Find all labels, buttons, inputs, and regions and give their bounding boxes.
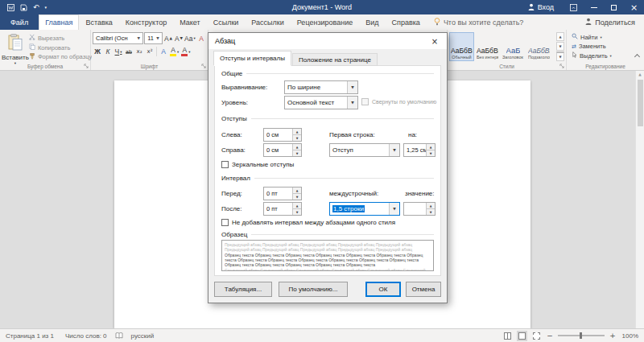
proofing-book-icon[interactable] xyxy=(113,332,126,339)
dialog-titlebar[interactable]: Абзац × xyxy=(208,33,447,49)
chevron-down-icon[interactable]: ▾ xyxy=(188,50,190,54)
styles-dialog-launcher-icon[interactable] xyxy=(559,64,564,68)
alignment-dropdown[interactable]: По ширине ▼ xyxy=(284,80,358,94)
style-normal[interactable]: АаБбВвГг Обычный xyxy=(449,32,474,61)
subscript-button[interactable]: x₂ xyxy=(134,46,144,57)
chevron-down-icon[interactable]: ▾ xyxy=(610,54,612,58)
select-button[interactable]: Выделить ▾ xyxy=(572,52,644,60)
undo-icon[interactable]: ↶ xyxy=(33,4,39,11)
spinner-up-icon[interactable]: ▲ xyxy=(293,187,301,194)
strikethrough-button[interactable]: ab xyxy=(124,46,134,57)
zoom-slider[interactable] xyxy=(558,335,605,336)
line-spacing-dropdown[interactable]: 1,5 строки ▼ xyxy=(329,202,400,216)
vertical-scrollbar[interactable]: ▲ xyxy=(635,71,644,328)
indent-right-spinner[interactable]: 0 см ▲▼ xyxy=(263,143,302,157)
tab-mailings[interactable]: Рассылки xyxy=(245,14,290,30)
cut-button[interactable]: Вырезать xyxy=(29,34,92,43)
spinner-up-icon[interactable]: ▲ xyxy=(293,129,301,135)
style-subtitle[interactable]: АаБбВвГ Подзаголовок xyxy=(526,32,551,61)
paste-button[interactable]: Вставить ▾ xyxy=(2,31,29,61)
font-dialog-launcher-icon[interactable] xyxy=(201,64,206,68)
spinner-up-icon[interactable]: ▲ xyxy=(293,144,301,150)
chevron-down-icon[interactable]: ▼ xyxy=(154,36,162,40)
styles-more-icon[interactable]: ▼ xyxy=(556,52,564,61)
tab-line-and-page-breaks[interactable]: Положение на странице xyxy=(292,53,378,66)
tab-help[interactable]: Справка xyxy=(386,14,427,30)
underline-button[interactable]: Ч▾ xyxy=(114,46,123,57)
find-button[interactable]: Найти ▾ xyxy=(572,33,644,41)
chevron-down-icon[interactable]: ▾ xyxy=(120,50,122,54)
indent-by-spinner[interactable]: 1,25 см ▲▼ xyxy=(403,143,436,157)
copy-button[interactable]: Копировать xyxy=(29,43,92,52)
minimize-button[interactable] xyxy=(584,0,604,14)
checkbox-box[interactable] xyxy=(221,219,229,226)
indent-left-spinner[interactable]: 0 см ▲▼ xyxy=(263,128,302,142)
spacing-at-spinner[interactable]: ▲▼ xyxy=(403,202,436,216)
tab-references[interactable]: Ссылки xyxy=(207,14,246,30)
spinner-up-icon[interactable]: ▲ xyxy=(427,203,435,209)
bold-button[interactable]: Ж xyxy=(93,46,102,57)
scrollbar-thumb[interactable] xyxy=(638,80,643,126)
mirror-indents-checkbox[interactable]: Зеркальные отступы xyxy=(221,161,294,168)
tab-design[interactable]: Конструктор xyxy=(119,14,173,30)
scroll-up-icon[interactable]: ▲ xyxy=(636,72,644,76)
styles-scroll-up-icon[interactable]: ▲ xyxy=(556,32,564,41)
no-space-same-style-checkbox[interactable]: Не добавлять интервал между абзацами одн… xyxy=(221,219,395,226)
chevron-down-icon[interactable]: ▼ xyxy=(347,81,357,93)
chevron-down-icon[interactable]: ▼ xyxy=(389,144,399,156)
font-color-button[interactable]: А ▾ xyxy=(180,46,191,57)
spinner-down-icon[interactable]: ▼ xyxy=(293,194,301,200)
grow-font-button[interactable]: А▲ xyxy=(163,33,173,44)
ok-button[interactable]: ОК xyxy=(365,282,401,297)
tab-view[interactable]: Вид xyxy=(359,14,385,30)
tabs-button[interactable]: Табуляция... xyxy=(214,282,272,297)
spinner-down-icon[interactable]: ▼ xyxy=(427,150,435,156)
clipboard-dialog-launcher-icon[interactable] xyxy=(84,64,89,68)
chevron-down-icon[interactable]: ▼ xyxy=(134,36,142,40)
chevron-down-icon[interactable]: ▼ xyxy=(347,97,357,109)
spinner-down-icon[interactable]: ▼ xyxy=(427,209,435,215)
zoom-out-button[interactable]: − xyxy=(546,332,554,340)
close-button[interactable]: × xyxy=(624,0,644,14)
tab-home[interactable]: Главная xyxy=(39,14,79,30)
special-indent-dropdown[interactable]: Отступ ▼ xyxy=(329,143,400,157)
spinner-down-icon[interactable]: ▼ xyxy=(293,150,301,156)
spinner-up-icon[interactable]: ▲ xyxy=(427,144,435,150)
spinner-up-icon[interactable]: ▲ xyxy=(293,203,301,209)
dialog-close-button[interactable]: × xyxy=(423,33,447,49)
qat-customize-icon[interactable]: ▾ xyxy=(45,6,47,10)
ribbon-display-options-button[interactable] xyxy=(564,0,584,14)
replace-button[interactable]: ⇄ Заменить xyxy=(572,43,644,50)
highlight-color-button[interactable]: А ▾ xyxy=(169,46,180,57)
checkbox-box[interactable] xyxy=(221,161,229,168)
format-painter-button[interactable]: Формат по образцу xyxy=(29,52,92,61)
share-button[interactable]: Поделиться xyxy=(576,14,644,30)
styles-scroll-down-icon[interactable]: ▼ xyxy=(556,42,564,51)
tell-me-box[interactable]: Что вы хотите сделать? xyxy=(427,14,531,30)
text-effects-button[interactable]: А xyxy=(159,46,168,57)
set-as-default-button[interactable]: По умолчанию... xyxy=(279,282,348,297)
style-no-spacing[interactable]: АаБбВвГг Без интервала xyxy=(475,32,500,61)
spacing-after-spinner[interactable]: 0 пт ▲▼ xyxy=(263,202,302,216)
spacing-before-spinner[interactable]: 0 пт ▲▼ xyxy=(263,187,302,200)
web-layout-button[interactable] xyxy=(531,331,542,341)
print-layout-button[interactable] xyxy=(517,331,527,341)
word-count[interactable]: Число слов: 0 xyxy=(60,332,113,340)
tab-layout[interactable]: Макет xyxy=(173,14,206,30)
superscript-button[interactable]: x² xyxy=(145,46,155,57)
style-heading-1[interactable]: АаБ Заголовок 1 xyxy=(501,32,526,61)
font-name-combo[interactable]: Calibri (Осн ▼ xyxy=(93,32,143,44)
zoom-slider-thumb[interactable] xyxy=(580,332,582,339)
cancel-button[interactable]: Отмена xyxy=(406,282,441,297)
tab-review[interactable]: Рецензирование xyxy=(291,14,360,30)
read-mode-button[interactable] xyxy=(502,331,513,341)
zoom-level[interactable]: 100% xyxy=(621,332,638,340)
chevron-down-icon[interactable]: ▼ xyxy=(389,203,399,215)
italic-button[interactable]: К xyxy=(103,46,113,57)
spinner-down-icon[interactable]: ▼ xyxy=(293,135,301,141)
font-size-combo[interactable]: 11 ▼ xyxy=(144,32,163,44)
tab-file[interactable]: Файл xyxy=(0,14,39,30)
clear-formatting-button[interactable]: А xyxy=(196,33,206,44)
maximize-button[interactable] xyxy=(604,0,624,14)
outline-level-dropdown[interactable]: Основной текст ▼ xyxy=(284,96,358,109)
